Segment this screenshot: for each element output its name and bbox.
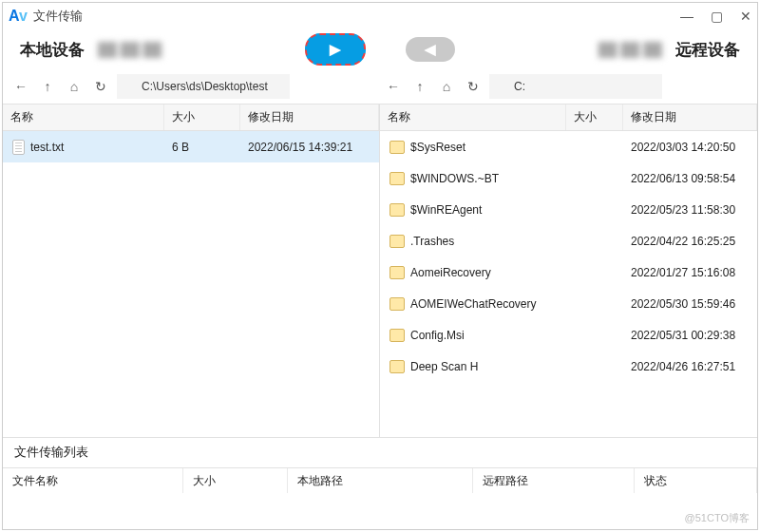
folder-icon bbox=[390, 297, 405, 311]
app-logo-icon: Av bbox=[9, 8, 28, 25]
file-row[interactable]: Config.Msi2022/05/31 00:29:38 bbox=[380, 319, 757, 351]
file-date: 2022/06/15 14:39:21 bbox=[240, 141, 379, 154]
file-name: test.txt bbox=[30, 141, 64, 154]
file-row[interactable]: $WinREAgent2022/05/23 11:58:30 bbox=[380, 194, 757, 225]
file-date: 2022/05/31 00:29:38 bbox=[623, 329, 757, 342]
file-row[interactable]: AOMEIWeChatRecovery2022/05/30 15:59:46 bbox=[380, 288, 757, 319]
local-col-date[interactable]: 修改日期 bbox=[240, 104, 379, 130]
remote-col-name[interactable]: 名称 bbox=[380, 104, 566, 130]
local-path-input[interactable] bbox=[117, 74, 290, 99]
file-name: $SysReset bbox=[410, 141, 466, 154]
local-col-name[interactable]: 名称 bbox=[3, 104, 164, 130]
file-row[interactable]: test.txt6 B2022/06/15 14:39:21 bbox=[3, 131, 379, 162]
remote-nav-home-icon[interactable]: ⌂ bbox=[436, 79, 457, 94]
local-nav-up-icon[interactable]: ↑ bbox=[37, 79, 58, 94]
local-nav-back-icon[interactable]: ← bbox=[10, 79, 31, 94]
queue-col-status[interactable]: 状态 bbox=[635, 468, 757, 493]
remote-nav-back-icon[interactable]: ← bbox=[383, 79, 404, 94]
play-right-icon: ▶ bbox=[330, 41, 341, 58]
file-date: 2022/04/26 16:27:51 bbox=[623, 360, 757, 373]
play-left-icon: ◀ bbox=[425, 41, 436, 58]
file-size: 6 B bbox=[164, 141, 240, 154]
file-row[interactable]: .Trashes2022/04/22 16:25:25 bbox=[380, 225, 757, 256]
minimize-button[interactable]: — bbox=[680, 9, 694, 24]
folder-icon bbox=[390, 360, 405, 373]
titlebar: Av 文件传输 — ▢ ✕ bbox=[3, 3, 757, 29]
remote-nav-refresh-icon[interactable]: ↻ bbox=[463, 79, 484, 94]
nav-row: ← ↑ ⌂ ↻ ← ↑ ⌂ ↻ bbox=[3, 69, 757, 104]
local-col-size[interactable]: 大小 bbox=[164, 104, 240, 130]
folder-icon bbox=[390, 203, 405, 217]
remote-pane: 名称 大小 修改日期 $SysReset2022/03/03 14:20:50$… bbox=[380, 104, 757, 437]
folder-icon bbox=[390, 141, 405, 154]
folder-icon bbox=[390, 266, 405, 279]
remote-col-size[interactable]: 大小 bbox=[566, 104, 623, 130]
local-nav-home-icon[interactable]: ⌂ bbox=[64, 79, 85, 94]
file-date: 2022/01/27 15:16:08 bbox=[623, 266, 757, 279]
queue-title: 文件传输列表 bbox=[3, 438, 757, 468]
local-device-id: ██ ██ ██ bbox=[98, 42, 162, 57]
remote-nav-up-icon[interactable]: ↑ bbox=[409, 79, 430, 94]
maximize-button[interactable]: ▢ bbox=[711, 9, 723, 24]
file-date: 2022/06/13 09:58:54 bbox=[623, 172, 757, 185]
window-title: 文件传输 bbox=[33, 8, 83, 25]
file-name: Config.Msi bbox=[410, 329, 465, 342]
device-bar: 本地设备 ██ ██ ██ ▶ ◀ ██ ██ ██ 远程设备 bbox=[3, 29, 757, 69]
folder-icon bbox=[390, 235, 405, 248]
send-button[interactable]: ▶ bbox=[305, 33, 366, 66]
file-name: Deep Scan H bbox=[410, 360, 478, 373]
local-file-list[interactable]: test.txt6 B2022/06/15 14:39:21 bbox=[3, 131, 379, 437]
transfer-queue: 文件传输列表 文件名称 大小 本地路径 远程路径 状态 bbox=[3, 438, 757, 529]
watermark: @51CTO博客 bbox=[685, 511, 750, 525]
file-row[interactable]: $WINDOWS.~BT2022/06/13 09:58:54 bbox=[380, 162, 757, 194]
receive-button[interactable]: ◀ bbox=[406, 37, 455, 62]
file-date: 2022/05/30 15:59:46 bbox=[623, 297, 757, 311]
file-row[interactable]: Deep Scan H2022/04/26 16:27:51 bbox=[380, 351, 757, 382]
local-pane: 名称 大小 修改日期 test.txt6 B2022/06/15 14:39:2… bbox=[3, 104, 380, 437]
file-name: .Trashes bbox=[410, 235, 454, 248]
file-date: 2022/04/22 16:25:25 bbox=[623, 235, 757, 248]
folder-icon bbox=[390, 329, 405, 342]
remote-path-input[interactable] bbox=[489, 74, 662, 99]
file-name: AOMEIWeChatRecovery bbox=[410, 297, 537, 311]
local-nav-refresh-icon[interactable]: ↻ bbox=[90, 79, 111, 94]
queue-col-name[interactable]: 文件名称 bbox=[3, 468, 183, 493]
folder-icon bbox=[390, 172, 405, 185]
file-date: 2022/03/03 14:20:50 bbox=[623, 141, 757, 154]
file-name: $WINDOWS.~BT bbox=[410, 172, 499, 185]
queue-col-local[interactable]: 本地路径 bbox=[288, 468, 473, 493]
remote-device-id: ██ ██ ██ bbox=[598, 42, 662, 57]
file-row[interactable]: AomeiRecovery2022/01/27 15:16:08 bbox=[380, 256, 757, 288]
queue-col-remote[interactable]: 远程路径 bbox=[473, 468, 635, 493]
file-date: 2022/05/23 11:58:30 bbox=[623, 203, 757, 217]
local-device-label: 本地设备 bbox=[20, 39, 85, 61]
remote-file-list[interactable]: $SysReset2022/03/03 14:20:50$WINDOWS.~BT… bbox=[380, 131, 757, 437]
remote-col-date[interactable]: 修改日期 bbox=[623, 104, 757, 130]
close-button[interactable]: ✕ bbox=[740, 9, 751, 24]
queue-col-size[interactable]: 大小 bbox=[183, 468, 288, 493]
file-name: AomeiRecovery bbox=[410, 266, 491, 279]
file-icon bbox=[12, 140, 25, 155]
file-transfer-window: Av 文件传输 — ▢ ✕ 本地设备 ██ ██ ██ ▶ ◀ ██ ██ ██… bbox=[2, 2, 758, 530]
file-row[interactable]: $SysReset2022/03/03 14:20:50 bbox=[380, 131, 757, 162]
file-name: $WinREAgent bbox=[410, 203, 482, 217]
remote-device-label: 远程设备 bbox=[675, 39, 740, 61]
